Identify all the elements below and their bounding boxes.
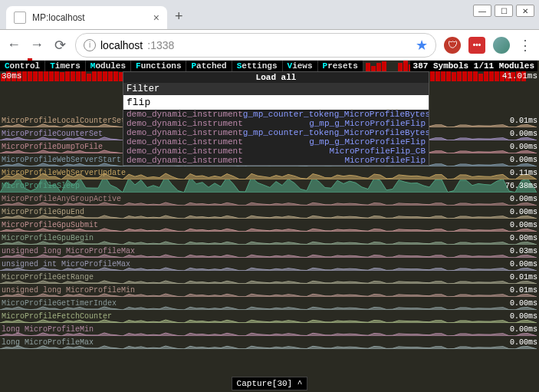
profile-row[interactable]: MicroProfileGpuSubmit0.00ms	[0, 219, 539, 232]
row-time: 0.01ms	[510, 286, 537, 295]
menu-patched[interactable]: Patched	[186, 61, 232, 71]
filter-result-item[interactable]: demo_dynamic_instrumentMicroProfileFlip_…	[123, 147, 429, 156]
profile-row[interactable]: MicroProfileGetRange0.01ms	[0, 271, 539, 284]
row-time: 0.00ms	[510, 156, 537, 164]
filter-result-item[interactable]: demo_dynamic_instrumentg_mp_counter_toke…	[123, 110, 429, 119]
page-icon	[14, 12, 26, 24]
row-label: MicroProfileWebServerStart	[0, 156, 121, 164]
filter-result-item[interactable]: demo_dynamic_instrumentg_mp_g_MicroProfi…	[123, 137, 429, 147]
browser-menu-button[interactable]: ⋮	[518, 38, 533, 53]
row-time: 0.11ms	[510, 169, 537, 177]
address-bar[interactable]: i localhost:1338 ★	[75, 33, 436, 58]
lastpass-icon[interactable]: •••	[468, 37, 485, 54]
bookmark-star-icon[interactable]: ★	[416, 37, 428, 54]
filter-result-item[interactable]: demo_dynamic_instrumentg_mp_g_MicroProfi…	[123, 119, 429, 128]
row-label: unsigned int MicroProfileMax	[0, 260, 130, 268]
row-time: 0.00ms	[510, 299, 537, 308]
row-time: 0.01ms	[510, 117, 537, 125]
row-label: MicroProfileCounterSet	[0, 130, 103, 138]
row-label: MicroProfileAnyGroupActive	[0, 195, 121, 203]
row-label: MicroProfileGetTimerIndex	[0, 299, 117, 308]
titlebar: MP:localhost × + — ☐ ✕	[0, 0, 539, 30]
profile-row[interactable]: MicroProfileWebServerUpdate0.11ms	[0, 166, 539, 180]
site-info-icon[interactable]: i	[84, 39, 96, 51]
row-time: 76.38ms	[505, 182, 537, 190]
minimize-button[interactable]: —	[473, 5, 491, 17]
row-time: 0.00ms	[510, 208, 537, 216]
row-time: 0.00ms	[510, 338, 537, 347]
profile-row[interactable]: long MicroProfileMax0.00ms	[0, 336, 539, 349]
row-label: MicroProfileFetchCounter	[0, 312, 112, 321]
menu-timers[interactable]: Timers	[45, 61, 86, 71]
profiler-view: ControlTimersModulesFunctionsPatchedSett…	[0, 61, 539, 392]
menu-modules[interactable]: Modules	[86, 61, 131, 71]
functions-dropdown: Load all Filter demo_dynamic_instrumentg…	[123, 71, 429, 166]
row-label: MicroProfileSleep	[0, 182, 80, 190]
tab-strip: MP:localhost × +	[0, 0, 468, 29]
profile-row[interactable]: MicroProfileAnyGroupActive0.00ms	[0, 193, 539, 206]
menu-settings[interactable]: Settings	[232, 61, 283, 71]
close-icon[interactable]: ×	[153, 12, 159, 24]
row-label: MicroProfileDumpToFile	[0, 143, 103, 151]
capture-button[interactable]: Capture[30] ^	[232, 377, 308, 390]
close-button[interactable]: ✕	[516, 5, 534, 17]
profile-row[interactable]: unsigned long MicroProfileMin0.01ms	[0, 284, 539, 297]
row-label: long MicroProfileMin	[0, 325, 94, 334]
ublock-icon[interactable]: 🛡	[444, 37, 461, 54]
tab-title: MP:localhost	[32, 12, 85, 23]
url-host: localhost	[100, 39, 143, 51]
row-label: MicroProfileGpuSubmit	[0, 221, 98, 229]
row-label: MicroProfileGpuBegin	[0, 234, 94, 242]
row-time: 0.00ms	[510, 195, 537, 203]
profile-avatar[interactable]	[493, 37, 510, 54]
window-controls: — ☐ ✕	[468, 0, 539, 29]
menu-functions[interactable]: Functions	[131, 61, 186, 71]
browser-tab[interactable]: MP:localhost ×	[6, 6, 167, 29]
row-time: 0.00ms	[510, 130, 537, 138]
row-time: 0.00ms	[510, 234, 537, 242]
profile-row[interactable]: MicroProfileGpuBegin0.00ms	[0, 232, 539, 245]
back-button[interactable]: ←	[6, 38, 21, 53]
profile-row[interactable]: MicroProfileGetTimerIndex0.00ms	[0, 297, 539, 310]
forward-button[interactable]: →	[29, 38, 44, 53]
profile-row[interactable]: long MicroProfileMin0.00ms	[0, 323, 539, 336]
status-text: 387 Symbols 1/11 Modules	[410, 61, 537, 71]
filter-result-item[interactable]: demo_dynamic_instrumentMicroProfileFlip	[123, 156, 429, 165]
profile-row[interactable]: MicroProfileGpuEnd0.00ms	[0, 206, 539, 219]
row-time: 0.00ms	[510, 325, 537, 334]
menu-presets[interactable]: Presets	[318, 61, 363, 71]
row-label: MicroProfileGpuEnd	[0, 208, 84, 216]
filter-input[interactable]	[123, 95, 429, 110]
row-time: 0.00ms	[510, 312, 537, 321]
profile-row[interactable]: unsigned int MicroProfileMax0.00ms	[0, 258, 539, 271]
profile-row[interactable]: unsigned long MicroProfileMax0.03ms	[0, 245, 539, 258]
row-label: MicroProfileGetRange	[0, 273, 94, 282]
toolbar: ← → ⟳ i localhost:1338 ★ 🛡 ••• ⋮	[0, 30, 539, 61]
timeline-left-label: 30ms	[2, 71, 21, 81]
row-time: 0.00ms	[510, 221, 537, 229]
profile-row[interactable]: MicroProfileFetchCounter0.00ms	[0, 310, 539, 323]
row-label: unsigned long MicroProfileMax	[0, 247, 135, 255]
row-label: unsigned long MicroProfileMin	[0, 286, 135, 295]
row-time: 0.03ms	[510, 247, 537, 255]
url-port: :1338	[147, 39, 174, 51]
row-time: 0.01ms	[510, 273, 537, 282]
row-label: long MicroProfileMax	[0, 338, 94, 347]
filter-label: Filter	[123, 83, 429, 95]
profile-row[interactable]: MicroProfileSleep76.38ms	[0, 180, 539, 193]
load-all-button[interactable]: Load all	[123, 72, 429, 83]
filter-result-item[interactable]: demo_dynamic_instrumentg_mp_counter_toke…	[123, 128, 429, 137]
row-time: 0.00ms	[510, 260, 537, 268]
filter-results: demo_dynamic_instrumentg_mp_counter_toke…	[123, 110, 429, 165]
row-time: 0.00ms	[510, 143, 537, 151]
profiler-menubar: ControlTimersModulesFunctionsPatchedSett…	[0, 61, 363, 71]
timeline-right-label: 41.01ms	[502, 71, 537, 81]
menu-views[interactable]: Views	[283, 61, 318, 71]
maximize-button[interactable]: ☐	[495, 5, 513, 17]
row-label: MicroProfileWebServerUpdate	[0, 169, 126, 177]
new-tab-button[interactable]: +	[175, 8, 183, 29]
reload-button[interactable]: ⟳	[52, 38, 67, 53]
menu-control[interactable]: Control	[0, 61, 45, 71]
